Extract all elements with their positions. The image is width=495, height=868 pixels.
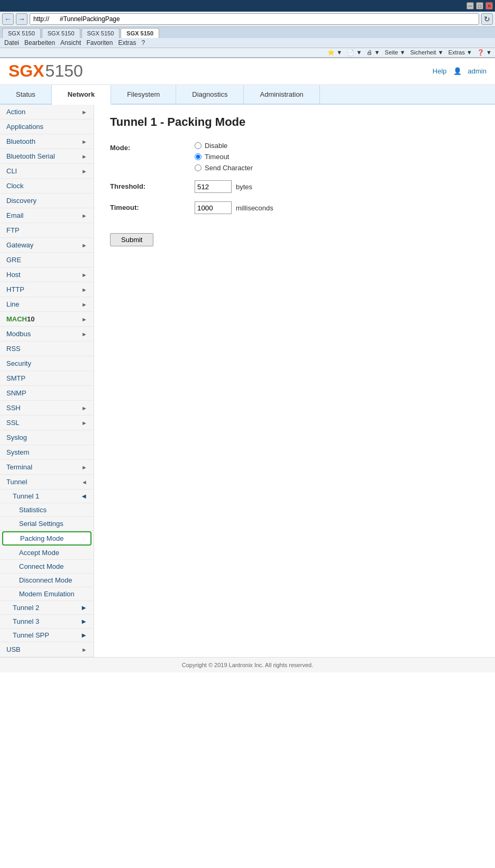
menu-datei[interactable]: Datei xyxy=(4,39,19,47)
sidebar-item-label: Disconnect Mode xyxy=(19,576,72,584)
sidebar-item-mach10[interactable]: MACH10 ► xyxy=(0,312,94,327)
sidebar-item-accept-mode[interactable]: Accept Mode xyxy=(0,546,94,560)
tunnel-collapse-icon: ◄ xyxy=(81,479,87,485)
timeout-field-row: milliseconds xyxy=(195,201,273,214)
arrow-icon: ► xyxy=(81,301,87,308)
menu-help[interactable]: ? xyxy=(141,39,145,47)
radio-timeout[interactable] xyxy=(195,153,201,160)
forward-button[interactable]: → xyxy=(16,13,28,25)
sidebar-item-label: Modbus xyxy=(6,330,31,338)
sidebar-item-ssl[interactable]: SSL ► xyxy=(0,415,94,430)
sidebar-item-label: GRE xyxy=(6,256,21,264)
radio-disable-label: Disable xyxy=(205,142,227,150)
arrow-icon: ► xyxy=(81,168,87,174)
tab-4[interactable]: SGX 5150 xyxy=(121,28,159,38)
sidebar-item-security[interactable]: Security xyxy=(0,356,94,371)
sidebar-item-gre[interactable]: GRE xyxy=(0,253,94,267)
page-title: Tunnel 1 - Packing Mode xyxy=(110,115,479,129)
url-bar[interactable] xyxy=(30,13,479,25)
radio-sendchar[interactable] xyxy=(195,164,201,171)
radio-disable[interactable] xyxy=(195,142,201,149)
help-link[interactable]: Help xyxy=(433,67,447,75)
menu-extras[interactable]: Extras xyxy=(118,39,136,47)
tab-2[interactable]: SGX 5150 xyxy=(42,28,80,38)
sidebar-item-tunnel-1[interactable]: Tunnel 1 ◄ xyxy=(0,490,94,503)
sidebar-item-action[interactable]: Action ► xyxy=(0,105,94,119)
menu-bearbeiten[interactable]: Bearbeiten xyxy=(24,39,55,47)
radio-sendchar-row: Send Character xyxy=(195,164,253,172)
sidebar-item-label: Syslog xyxy=(6,433,27,441)
sidebar-item-system[interactable]: System xyxy=(0,445,94,460)
sidebar-item-applications[interactable]: Applications xyxy=(0,119,94,134)
refresh-button[interactable]: ↻ xyxy=(481,13,493,25)
sidebar-item-discovery[interactable]: Discovery xyxy=(0,193,94,208)
sidebar-item-ftp[interactable]: FTP xyxy=(0,223,94,238)
menu-favoriten[interactable]: Favoriten xyxy=(86,39,113,47)
sidebar-item-cli[interactable]: CLI ► xyxy=(0,164,94,179)
sidebar-item-syslog[interactable]: Syslog xyxy=(0,430,94,445)
sidebar-item-label: Tunnel 2 xyxy=(13,604,39,612)
sidebar-item-line[interactable]: Line ► xyxy=(0,297,94,312)
sidebar-item-label: Accept Mode xyxy=(19,549,59,557)
arrow-icon: ► xyxy=(81,316,87,322)
back-button[interactable]: ← xyxy=(2,13,14,25)
sidebar-item-label: Email xyxy=(6,211,24,219)
minimize-button[interactable]: ─ xyxy=(466,2,474,10)
menu-ansicht[interactable]: Ansicht xyxy=(60,39,81,47)
sidebar-item-label: CLI xyxy=(6,167,17,175)
sidebar-item-ssh[interactable]: SSH ► xyxy=(0,401,94,415)
timeout-row: Timeout: milliseconds xyxy=(110,201,479,214)
sidebar-item-modem-emulation[interactable]: Modem Emulation xyxy=(0,587,94,601)
tab-administration[interactable]: Administration xyxy=(244,85,319,104)
close-button[interactable]: ✕ xyxy=(485,2,493,10)
sidebar-item-http[interactable]: HTTP ► xyxy=(0,282,94,297)
sidebar-item-label: Terminal xyxy=(6,463,32,471)
sidebar-item-rss[interactable]: RSS xyxy=(0,341,94,356)
browser-menubar: Datei Bearbeiten Ansicht Favoriten Extra… xyxy=(0,38,495,48)
sidebar-item-terminal[interactable]: Terminal ► xyxy=(0,460,94,475)
sidebar-item-email[interactable]: Email ► xyxy=(0,208,94,223)
tab-3[interactable]: SGX 5150 xyxy=(81,28,120,38)
sidebar-item-bluetooth-serial[interactable]: Bluetooth Serial ► xyxy=(0,149,94,164)
submit-button[interactable]: Submit xyxy=(110,233,153,246)
maximize-button[interactable]: □ xyxy=(476,2,483,10)
arrow-icon: ► xyxy=(81,405,87,411)
sidebar-item-modbus[interactable]: Modbus ► xyxy=(0,327,94,341)
tab-filesystem[interactable]: Filesystem xyxy=(111,85,176,104)
sidebar-item-host[interactable]: Host ► xyxy=(0,267,94,282)
sidebar-item-smtp[interactable]: SMTP xyxy=(0,371,94,386)
sidebar-item-label: SMTP xyxy=(6,374,25,382)
tab-diagnostics[interactable]: Diagnostics xyxy=(176,85,244,104)
browser-toolbar: ← → ↻ xyxy=(0,12,495,27)
sidebar-item-bluetooth[interactable]: Bluetooth ► xyxy=(0,134,94,149)
main-layout: Action ► Applications Bluetooth ► Blueto… xyxy=(0,105,495,657)
sidebar-item-label: HTTP xyxy=(6,285,24,293)
sidebar-item-gateway[interactable]: Gateway ► xyxy=(0,238,94,253)
sidebar-item-label: Tunnel SPP xyxy=(13,631,49,639)
sidebar-item-tunnel-spp[interactable]: Tunnel SPP ► xyxy=(0,629,94,642)
browser-chrome: ─ □ ✕ ← → ↻ SGX 5150 SGX 5150 SGX 5150 S… xyxy=(0,0,495,58)
sidebar-item-disconnect-mode[interactable]: Disconnect Mode xyxy=(0,574,94,587)
sidebar-item-label: Security xyxy=(6,359,31,367)
tab-1[interactable]: SGX 5150 xyxy=(2,28,41,38)
sidebar-item-clock[interactable]: Clock xyxy=(0,179,94,193)
sidebar-item-tunnel-3[interactable]: Tunnel 3 ► xyxy=(0,615,94,629)
sidebar-item-snmp[interactable]: SNMP xyxy=(0,386,94,401)
sidebar-item-tunnel[interactable]: Tunnel ◄ xyxy=(0,475,94,490)
sidebar-item-label: Tunnel xyxy=(6,478,27,486)
sidebar-item-usb[interactable]: USB ► xyxy=(0,642,94,657)
sidebar-item-serial-settings[interactable]: Serial Settings xyxy=(0,517,94,531)
sidebar-item-statistics[interactable]: Statistics xyxy=(0,503,94,517)
tab-network[interactable]: Network xyxy=(52,85,111,105)
sidebar-item-label: Serial Settings xyxy=(19,520,63,528)
sidebar-item-label: MACH10 xyxy=(6,315,34,323)
admin-link[interactable]: admin xyxy=(468,67,487,75)
timeout-input[interactable] xyxy=(195,201,232,214)
sidebar-item-tunnel-2[interactable]: Tunnel 2 ► xyxy=(0,601,94,615)
tab-status[interactable]: Status xyxy=(0,85,52,104)
sidebar-item-packing-mode[interactable]: Packing Mode xyxy=(2,531,91,546)
sidebar-item-connect-mode[interactable]: Connect Mode xyxy=(0,560,94,574)
threshold-input[interactable] xyxy=(195,180,232,193)
sidebar: Action ► Applications Bluetooth ► Blueto… xyxy=(0,105,94,657)
arrow-icon: ► xyxy=(81,272,87,278)
